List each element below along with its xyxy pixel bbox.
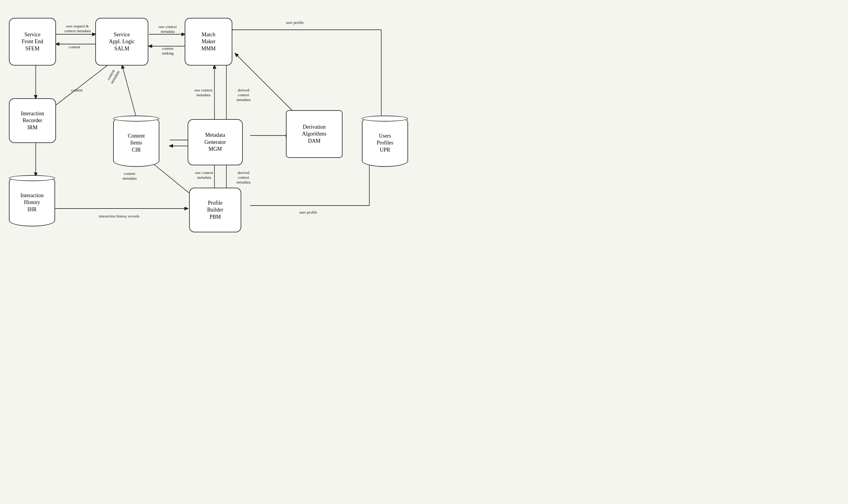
- label-derived-context2: derived context metadata: [227, 170, 260, 185]
- mgm-label: Metadata Generator MGM: [205, 132, 226, 152]
- label-user-profile2: user profile: [293, 210, 323, 215]
- sfem-label: Service Front End SFEM: [22, 31, 43, 52]
- pbm-label: Profile Builder PBM: [207, 200, 223, 220]
- upr-node: Users Profiles UPR: [362, 116, 408, 167]
- pbm-node: Profile Builder PBM: [189, 188, 241, 232]
- dam-node: Derivation Algorithms DAM: [286, 110, 343, 158]
- sfem-node: Service Front End SFEM: [9, 18, 56, 66]
- salm-label: Service Appl. Logic SALM: [109, 31, 135, 52]
- cir-label: Content Items CIR: [128, 130, 145, 154]
- architecture-diagram: Service Front End SFEM Service Appl. Log…: [0, 0, 424, 252]
- label-user-request: user request & context metadata: [59, 24, 95, 33]
- label-raw-context2: raw context metadata: [187, 88, 220, 97]
- salm-node: Service Appl. Logic SALM: [95, 18, 148, 66]
- ihr-label: Interaction History IHR: [21, 189, 44, 213]
- mgm-node: Metadata Generator MGM: [188, 119, 243, 165]
- label-content-ranking: content ranking: [151, 46, 184, 56]
- upr-label: Users Profiles UPR: [377, 130, 394, 154]
- label-interaction-history: interaction history records: [84, 214, 155, 219]
- dam-label: Derivation Algorithms DAM: [302, 124, 326, 144]
- label-derived-context1: derived context metadata: [227, 88, 260, 102]
- label-content-metadata2: content metadata: [113, 171, 146, 181]
- label-content1: content: [62, 45, 86, 50]
- mmm-label: Match Maker MMM: [201, 31, 216, 52]
- label-content2: content: [65, 88, 89, 93]
- svg-line-18: [235, 54, 298, 116]
- mmm-node: Match Maker MMM: [185, 18, 232, 66]
- cir-node: Content Items CIR: [113, 116, 159, 167]
- irm-label: Interaction Recorder IRM: [21, 110, 44, 131]
- ihr-node: Interaction History IHR: [9, 176, 55, 227]
- label-raw-context1: raw context metadata: [151, 24, 184, 34]
- label-user-profile1: user profile: [280, 20, 310, 25]
- irm-node: Interaction Recorder IRM: [9, 98, 56, 143]
- label-raw-context3: raw context metadata: [187, 170, 221, 180]
